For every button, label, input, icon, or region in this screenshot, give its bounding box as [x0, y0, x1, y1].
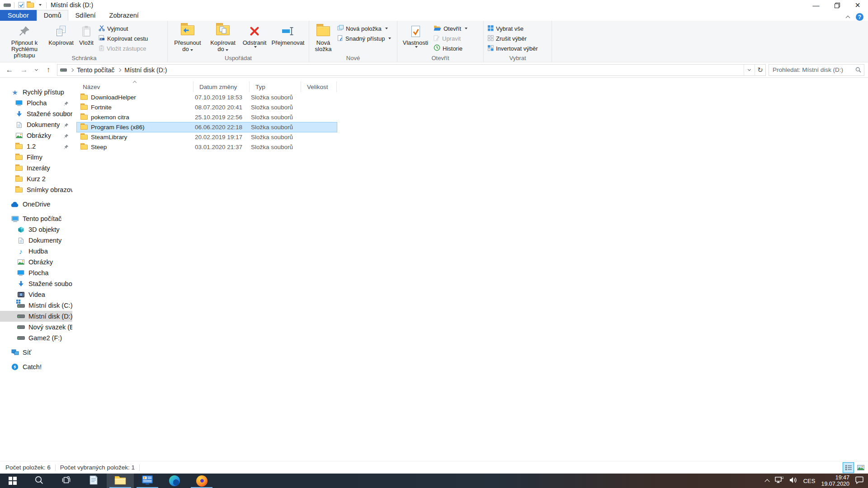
sidebar-section-this-pc[interactable]: Tento počítač — [0, 213, 72, 224]
breadcrumb-local-disk-d[interactable]: Místní disk (D:) — [124, 66, 167, 74]
sidebar-item-snimky-obrazovky[interactable]: Snímky obrazovky — [0, 184, 72, 195]
paste-shortcut-button[interactable]: Vložit zástupce — [97, 43, 165, 53]
copy-button[interactable]: Kopírovat — [46, 22, 76, 53]
refresh-button[interactable]: ↻ — [755, 65, 765, 75]
sidebar-item-svazek-e[interactable]: Nový svazek (E:) — [0, 322, 72, 333]
sidebar-item-3d-objekty[interactable]: 3D objekty — [0, 224, 72, 235]
document-icon — [15, 122, 23, 128]
delete-button[interactable]: Odstranit — [240, 22, 269, 53]
sidebar-item-filmy[interactable]: Filmy — [0, 152, 72, 163]
breadcrumb-this-pc[interactable]: Tento počítač — [77, 66, 114, 74]
restore-button[interactable] — [826, 0, 847, 10]
sidebar-item-pc-plocha[interactable]: Plocha — [0, 267, 72, 278]
language-indicator[interactable]: CES — [803, 478, 816, 484]
sidebar-item-pc-obrazky[interactable]: Obrázky — [0, 257, 72, 267]
breadcrumb[interactable]: Tento počítač Místní disk (D:) ↻ — [57, 64, 766, 76]
column-header-name[interactable]: Název — [77, 81, 193, 92]
qat-customize-button[interactable] — [35, 0, 44, 9]
search-box[interactable] — [769, 64, 864, 76]
rename-button[interactable]: Přejmenovat — [269, 22, 307, 53]
history-button[interactable]: Historie — [432, 43, 481, 53]
open-button[interactable]: Otevřít — [432, 23, 481, 33]
sidebar-item-pc-stazene[interactable]: Stažené soubory — [0, 278, 72, 289]
sidebar-item-disk-d[interactable]: Místní disk (D:) — [0, 311, 72, 322]
edge-browser-button[interactable] — [161, 474, 188, 488]
easy-access-button[interactable]: Snadný přístup — [335, 33, 395, 43]
sidebar-item-plocha[interactable]: Plocha — [0, 98, 72, 108]
paste-button[interactable]: Vložit — [76, 22, 97, 53]
qat-properties-button[interactable] — [17, 0, 26, 9]
sidebar-item-1-2[interactable]: 1.2 — [0, 141, 72, 152]
sidebar-item-dokumenty[interactable]: Dokumenty — [0, 119, 72, 130]
taskbar-search-button[interactable] — [25, 474, 52, 488]
window-title: Místní disk (D:) — [51, 1, 93, 9]
sidebar-section-network[interactable]: Síť — [0, 347, 72, 358]
network-tray-icon[interactable] — [775, 477, 783, 485]
copy-to-button[interactable]: Kopírovat do — [206, 22, 240, 53]
folder-icon — [15, 177, 23, 182]
address-dropdown-button[interactable] — [744, 65, 755, 75]
sidebar-item-stazene-soubory[interactable]: Stažené soubory — [0, 108, 72, 119]
new-item-button[interactable]: Nová položka — [335, 23, 395, 33]
move-to-button[interactable]: Přesunout do — [170, 22, 206, 53]
file-explorer-icon — [114, 475, 126, 487]
sidebar-item-inzeraty[interactable]: Inzeráty — [0, 163, 72, 174]
monitor-app-button[interactable] — [134, 474, 161, 488]
file-row-steamlibrary[interactable]: SteamLibrary 20.02.2019 19:17 Složka sou… — [77, 132, 337, 142]
large-icons-view-button[interactable] — [855, 462, 866, 473]
sidebar-item-hudba[interactable]: ♪ Hudba — [0, 246, 72, 257]
search-input[interactable] — [772, 66, 855, 74]
file-row-pokemon-citra[interactable]: pokemon citra 25.10.2019 22:56 Složka so… — [77, 113, 337, 122]
tab-view[interactable]: Zobrazení — [103, 10, 146, 21]
sidebar-section-quick-access[interactable]: ★ Rychlý přístup — [0, 87, 72, 98]
file-row-fortnite[interactable]: Fortnite 08.07.2020 20:41 Složka souborů — [77, 103, 337, 112]
sidebar-item-obrazky[interactable]: Obrázky — [0, 130, 72, 141]
properties-button[interactable]: Vlastnosti — [399, 22, 432, 53]
close-button[interactable]: × — [847, 0, 868, 10]
help-icon[interactable]: ? — [856, 13, 863, 21]
start-button[interactable] — [0, 474, 25, 488]
sidebar-item-game2-f[interactable]: Game2 (F:) — [0, 333, 72, 343]
sidebar-section-onedrive[interactable]: OneDrive — [0, 199, 72, 210]
tab-share[interactable]: Sdílení — [68, 10, 102, 21]
task-view-button[interactable] — [52, 474, 80, 488]
minimize-button[interactable]: — — [806, 0, 826, 10]
invert-selection-button[interactable]: Invertovat výběr — [486, 43, 550, 53]
tab-file[interactable]: Soubor — [0, 10, 37, 21]
file-row-program-files-x86[interactable]: Program Files (x86) 06.06.2020 22:18 Slo… — [77, 122, 337, 132]
sidebar-item-pc-dokumenty[interactable]: Dokumenty — [0, 235, 72, 246]
folder-icon — [80, 125, 88, 130]
column-header-type[interactable]: Typ — [250, 81, 301, 92]
edit-button[interactable]: Upravit — [432, 33, 481, 43]
file-explorer-button[interactable] — [107, 474, 134, 488]
search-icon[interactable] — [855, 67, 861, 73]
up-button[interactable]: ↑ — [42, 64, 54, 76]
file-row-downloadhelper[interactable]: DownloadHelper 07.10.2019 18:53 Složka s… — [77, 93, 337, 102]
clock[interactable]: 19:47 19.07.2020 — [821, 474, 849, 487]
sidebar-section-catch[interactable]: Catch! — [0, 361, 72, 372]
forward-button[interactable]: → — [18, 64, 30, 76]
pin-to-quick-access-button[interactable]: Připnout k Rychlému přístupu — [3, 22, 46, 59]
minimize-ribbon-icon[interactable] — [846, 15, 850, 20]
notepad-app-button[interactable] — [80, 474, 107, 488]
action-center-icon[interactable] — [855, 476, 863, 486]
copy-path-button[interactable]: Kopírovat cestu — [97, 33, 165, 43]
new-folder-button[interactable]: Nová složka — [311, 22, 335, 53]
cut-button[interactable]: Vyjmout — [97, 23, 165, 33]
firefox-browser-button[interactable] — [188, 474, 215, 488]
back-button[interactable]: ← — [4, 64, 15, 76]
volume-tray-icon[interactable] — [789, 477, 797, 485]
details-view-button[interactable] — [843, 462, 854, 473]
select-none-button[interactable]: Zrušit výběr — [486, 33, 550, 43]
sidebar-item-disk-c[interactable]: Místní disk (C:) — [0, 300, 72, 311]
column-header-modified[interactable]: Datum změny — [193, 81, 250, 92]
tray-overflow-icon[interactable] — [764, 479, 769, 484]
recent-locations-button[interactable] — [33, 64, 40, 76]
sidebar-item-videa[interactable]: Videa — [0, 289, 72, 300]
sidebar-item-kurz-2[interactable]: Kurz 2 — [0, 174, 72, 184]
file-row-steep[interactable]: Steep 03.01.2020 21:37 Složka souborů — [77, 142, 337, 152]
column-header-size[interactable]: Velikost — [301, 81, 337, 92]
select-all-button[interactable]: Vybrat vše — [486, 23, 550, 33]
tab-home[interactable]: Domů — [37, 10, 69, 21]
qat-new-folder-button[interactable] — [26, 0, 35, 9]
